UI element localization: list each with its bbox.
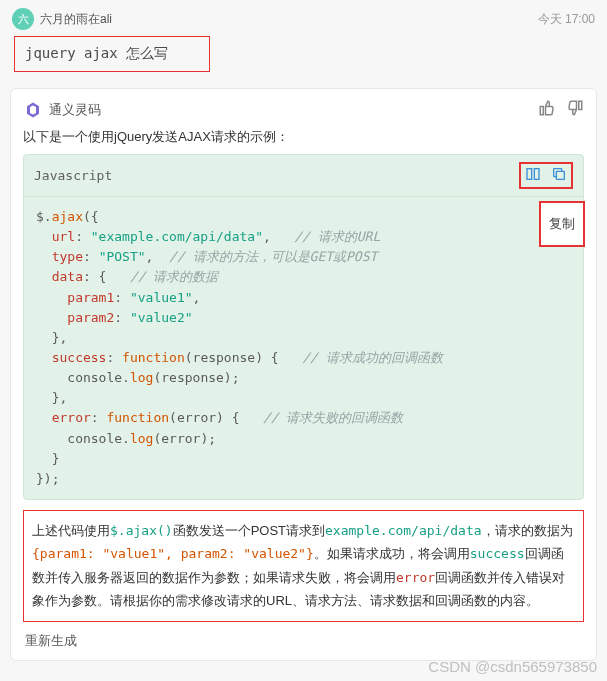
code-token: success bbox=[52, 350, 107, 365]
user-avatar: 六 bbox=[12, 8, 34, 30]
code-token: "value2" bbox=[130, 310, 193, 325]
thumbs-up-icon[interactable] bbox=[538, 99, 556, 120]
code-token: // 请求的方法，可以是GET或POST bbox=[169, 249, 377, 264]
code-token: // 请求的数据 bbox=[130, 269, 218, 284]
ai-name: 通义灵码 bbox=[49, 101, 101, 119]
code-token: log bbox=[130, 370, 153, 385]
copy-code-icon[interactable] bbox=[551, 166, 567, 185]
code-token: param1 bbox=[67, 290, 114, 305]
code-body: $.ajax({ url: "example.com/api/data", //… bbox=[24, 197, 583, 499]
code-token: error bbox=[52, 410, 91, 425]
explain-code: error bbox=[396, 570, 435, 585]
code-token: // 请求的URL bbox=[294, 229, 380, 244]
ai-logo-icon bbox=[23, 100, 43, 120]
code-block: Javascript 复制 $.ajax({ url: "example.com… bbox=[23, 154, 584, 500]
code-token: (response); bbox=[153, 370, 239, 385]
svg-rect-1 bbox=[534, 169, 539, 180]
ai-response-block: 通义灵码 以下是一个使用jQuery发送AJAX请求的示例： Javascrip… bbox=[10, 88, 597, 661]
user-header: 六 六月的雨在ali 今天 17:00 bbox=[12, 8, 595, 30]
explain-text: ，请求的数据为 bbox=[482, 523, 573, 538]
code-token: ajax bbox=[52, 209, 83, 224]
ai-intro-text: 以下是一个使用jQuery发送AJAX请求的示例： bbox=[23, 128, 584, 146]
explain-text: 。如果请求成功，将会调用 bbox=[314, 546, 470, 561]
code-token: url bbox=[52, 229, 75, 244]
explain-text: 函数发送一个POST请求到 bbox=[173, 523, 325, 538]
code-token: $. bbox=[36, 209, 52, 224]
code-token: console. bbox=[67, 370, 130, 385]
code-token: // 请求成功的回调函数 bbox=[302, 350, 442, 365]
user-name: 六月的雨在ali bbox=[40, 11, 112, 28]
regenerate-button[interactable]: 重新生成 bbox=[25, 632, 582, 650]
code-token: "POST" bbox=[99, 249, 146, 264]
code-token: data bbox=[52, 269, 83, 284]
explain-code: $.ajax() bbox=[110, 523, 173, 538]
code-token: function bbox=[106, 410, 169, 425]
code-token: console. bbox=[67, 431, 130, 446]
explain-code: success bbox=[470, 546, 525, 561]
code-token: param2 bbox=[67, 310, 114, 325]
explain-code: {param1: "value1", param2: "value2"} bbox=[32, 546, 314, 561]
code-token: log bbox=[130, 431, 153, 446]
code-token: "example.com/api/data" bbox=[91, 229, 263, 244]
code-token: // 请求失败的回调函数 bbox=[263, 410, 403, 425]
code-token: (error); bbox=[153, 431, 216, 446]
thumbs-down-icon[interactable] bbox=[566, 99, 584, 120]
watermark: CSDN @csdn565973850 bbox=[428, 658, 597, 675]
code-token: ({ bbox=[83, 209, 99, 224]
code-token: (response) { bbox=[185, 350, 279, 365]
code-language-label: Javascript bbox=[34, 168, 112, 183]
code-token: (error) { bbox=[169, 410, 239, 425]
insert-code-icon[interactable] bbox=[525, 166, 541, 185]
code-token: type bbox=[52, 249, 83, 264]
ai-explanation: 上述代码使用$.ajax()函数发送一个POST请求到example.com/a… bbox=[23, 510, 584, 622]
svg-rect-0 bbox=[527, 169, 532, 180]
user-question: jquery ajax 怎么写 bbox=[14, 36, 210, 72]
explain-text: 上述代码使用 bbox=[32, 523, 110, 538]
explain-code: example.com/api/data bbox=[325, 523, 482, 538]
svg-rect-2 bbox=[556, 171, 564, 179]
code-token: function bbox=[122, 350, 185, 365]
code-token: "value1" bbox=[130, 290, 193, 305]
copy-tooltip[interactable]: 复制 bbox=[539, 201, 585, 247]
message-timestamp: 今天 17:00 bbox=[538, 11, 595, 28]
